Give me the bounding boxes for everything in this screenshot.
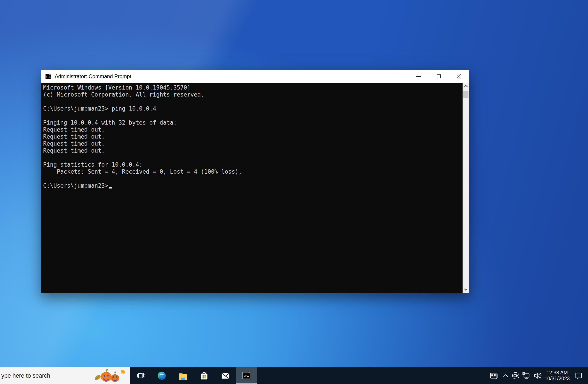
- terminal-prompt: C:\Users\jumpman23>: [43, 182, 108, 189]
- terminal-prompt-line: C:\Users\jumpman23>: [43, 182, 460, 189]
- window-title: Administrator: Command Prompt: [55, 73, 131, 80]
- search-placeholder: ype here to search: [1, 372, 50, 379]
- terminal-scrollbar[interactable]: [462, 83, 469, 293]
- system-tray: 12:38 AM 10/31/2023: [487, 367, 588, 384]
- svg-text:C:\.: C:\.: [46, 76, 51, 78]
- halloween-pumpkins-art[interactable]: [92, 368, 127, 383]
- terminal-line: Ping statistics for 10.0.0.4:: [43, 161, 460, 168]
- clock-time: 12:38 AM: [546, 370, 568, 376]
- meet-now-button[interactable]: [510, 367, 521, 384]
- network-icon: [522, 371, 531, 380]
- terminal-line: Request timed out.: [43, 126, 460, 133]
- network-button[interactable]: [521, 367, 531, 384]
- pumpkin-small: [110, 371, 119, 382]
- pumpkin-large: [101, 369, 112, 382]
- microsoft-store-button[interactable]: [193, 367, 215, 384]
- chevron-up-icon: [464, 85, 468, 87]
- clock-date: 10/31/2023: [545, 376, 570, 382]
- task-view-button[interactable]: [130, 367, 151, 384]
- terminal-line: (c) Microsoft Corporation. All rights re…: [43, 91, 460, 98]
- maximize-icon: [437, 74, 441, 78]
- news-and-interests-button[interactable]: [487, 367, 501, 384]
- command-prompt-taskbar-button[interactable]: C:\: [236, 367, 257, 384]
- close-button[interactable]: [449, 70, 469, 83]
- terminal-line: Microsoft Windows [Version 10.0.19045.35…: [43, 84, 460, 91]
- file-explorer-icon: [178, 371, 188, 381]
- terminal-output[interactable]: Microsoft Windows [Version 10.0.19045.35…: [41, 83, 469, 293]
- volume-button[interactable]: [531, 367, 543, 384]
- volume-icon: [533, 371, 542, 380]
- mail-icon: [220, 371, 231, 381]
- file-explorer-button[interactable]: [172, 367, 193, 384]
- chevron-up-icon: [503, 374, 508, 377]
- mail-button[interactable]: [215, 367, 236, 384]
- action-center-button[interactable]: [571, 367, 586, 384]
- window-titlebar[interactable]: C:\. Administrator: Command Prompt: [41, 70, 469, 83]
- maximize-button[interactable]: [429, 70, 449, 83]
- terminal-line: [43, 112, 460, 119]
- task-view-icon: [136, 371, 145, 381]
- meet-now-icon: [511, 371, 520, 380]
- terminal-line: Request timed out.: [43, 140, 460, 147]
- scroll-down-button[interactable]: [462, 286, 469, 293]
- search-input[interactable]: ype here to search: [0, 367, 130, 384]
- scroll-up-button[interactable]: [462, 83, 469, 89]
- terminal-text: Microsoft Windows [Version 10.0.19045.35…: [43, 84, 460, 189]
- scrollbar-thumb[interactable]: [463, 91, 468, 98]
- action-center-icon: [574, 371, 583, 380]
- edge-button[interactable]: [151, 367, 172, 384]
- taskbar-apps: C:\: [130, 367, 257, 384]
- terminal-line: C:\Users\jumpman23> ping 10.0.0.4: [43, 105, 460, 112]
- hidden-icons-button[interactable]: [501, 367, 510, 384]
- terminal-cursor: [109, 187, 112, 189]
- taskbar-clock[interactable]: 12:38 AM 10/31/2023: [544, 370, 570, 382]
- minimize-icon: [416, 76, 421, 77]
- cmd-icon: C:\.: [45, 74, 51, 80]
- news-icon: [489, 371, 499, 381]
- terminal-line: Packets: Sent = 4, Received = 0, Lost = …: [43, 168, 460, 175]
- close-icon: [456, 74, 461, 79]
- desktop: C:\. Administrator: Command Prompt Micro…: [0, 0, 588, 384]
- terminal-line: [43, 98, 460, 105]
- terminal-line: [43, 154, 460, 161]
- terminal-line: Request timed out.: [43, 147, 460, 154]
- edge-icon: [157, 371, 167, 381]
- terminal-line: [43, 175, 460, 182]
- command-prompt-icon: C:\: [242, 371, 252, 381]
- microsoft-store-icon: [199, 371, 209, 381]
- svg-text:C:\: C:\: [244, 375, 248, 377]
- terminal-line: Pinging 10.0.0.4 with 32 bytes of data:: [43, 119, 460, 126]
- minimize-button[interactable]: [408, 70, 429, 83]
- terminal-line: Request timed out.: [43, 133, 460, 140]
- command-prompt-window: C:\. Administrator: Command Prompt Micro…: [41, 70, 469, 293]
- chevron-down-icon: [464, 288, 468, 291]
- taskbar: ype here to search: [0, 367, 588, 384]
